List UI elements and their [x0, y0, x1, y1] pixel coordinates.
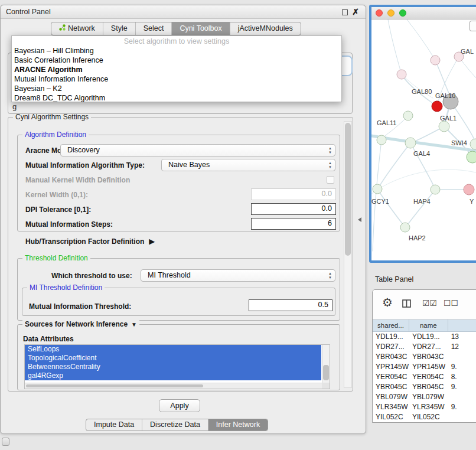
attributes-hscroll-thumb[interactable]	[26, 384, 203, 387]
deselect-all-columns-icon[interactable]: ☐☐	[444, 298, 458, 308]
table-row[interactable]: YPR145WYPR145W9.	[373, 362, 476, 372]
network-node[interactable]	[397, 70, 406, 79]
network-node[interactable]	[377, 135, 386, 145]
network-tool-palette-fragment[interactable]	[470, 21, 476, 31]
zoom-traffic-light[interactable]	[399, 9, 406, 17]
table-row[interactable]: YDL19...YDL19...13	[373, 332, 476, 342]
table-body: YDL19...YDL19...13YDR27...YDR27...12YBR0…	[373, 332, 476, 422]
column-manager-icon[interactable]	[402, 299, 411, 309]
tab-network[interactable]: Network	[51, 22, 103, 35]
manual-kernel-checkbox[interactable]	[327, 176, 334, 184]
attribute-item-selfloops[interactable]: SelfLoops	[25, 345, 321, 354]
table-cell: YLR345W	[409, 402, 448, 412]
tab-label: Network	[68, 22, 95, 35]
mi-threshold-field[interactable]: 0.5	[249, 299, 332, 311]
table-cell: 9.	[448, 382, 476, 392]
table-row[interactable]: YBR045CYBR045C9.	[373, 382, 476, 392]
aracne-mode-select[interactable]: Discovery ▲▼	[60, 144, 335, 156]
hub-section-toggle[interactable]: Hub/Transcription Factor Definition▶	[25, 237, 155, 246]
panel-collapse-arrow-icon[interactable]	[358, 217, 361, 222]
mi-steps-field[interactable]: 6	[251, 218, 336, 230]
algorithm-option-aracne-algorithm[interactable]: ARACNE Algorithm	[12, 65, 341, 74]
table-row[interactable]: YDR27...YDR27...12	[373, 342, 476, 352]
table-cell	[448, 412, 476, 422]
network-node[interactable]	[439, 121, 449, 132]
mi-type-value: Naive Bayes	[168, 159, 210, 171]
network-node[interactable]	[431, 185, 440, 194]
settings-scrollbar[interactable]	[344, 121, 352, 388]
algorithm-definition-title: Algorithm Definition	[22, 131, 89, 139]
algorithm-option-mutual-information-inference[interactable]: Mutual Information Inference	[12, 74, 341, 84]
minimize-traffic-light[interactable]	[387, 9, 395, 17]
column-header-2[interactable]	[448, 319, 476, 331]
column-header-shared-[interactable]: shared...	[373, 319, 409, 331]
network-canvas[interactable]: GALGAL80GAL10GAL11GAL1SWI4GAL4GCY1HAP4YH…	[371, 19, 476, 262]
close-traffic-light[interactable]	[376, 9, 383, 17]
tab-select[interactable]: Select	[135, 22, 172, 35]
dpi-tolerance-field[interactable]: 0.0	[251, 203, 336, 215]
tab-label: Infer Network	[216, 419, 260, 431]
network-node[interactable]	[431, 56, 440, 65]
sources-section-toggle[interactable]: Sources for Network Inference▼	[22, 320, 139, 328]
node-label-gcy1: GCY1	[371, 198, 389, 205]
tab-cyni-toolbox[interactable]: Cyni Toolbox	[171, 22, 229, 35]
algorithm-dropdown-popup: Select algorithm to view settings Bayesi…	[11, 35, 342, 102]
which-threshold-label: Which threshold to use:	[51, 272, 132, 280]
attribute-item-betweennesscentrality[interactable]: BetweennessCentrality	[25, 363, 321, 371]
algorithm-option-basic-correlation-inference[interactable]: Basic Correlation Inference	[12, 56, 341, 65]
table-row[interactable]: YER054CYER054C8.	[373, 372, 476, 382]
network-node[interactable]	[432, 101, 442, 112]
column-header-name[interactable]: name	[409, 319, 448, 331]
network-node[interactable]	[403, 111, 413, 120]
apply-button[interactable]: Apply	[159, 399, 200, 412]
kernel-width-field[interactable]: 0.0	[251, 188, 336, 200]
table-row[interactable]: YBR043CYBR043C	[373, 352, 476, 362]
table-row[interactable]: YBL079WYBL079W	[373, 392, 476, 402]
network-node[interactable]	[464, 184, 474, 195]
table-cell: YBR045C	[409, 382, 448, 392]
attribute-item-topologicalcoefficient[interactable]: TopologicalCoefficient	[25, 354, 321, 363]
attribute-item-gal4rgexp[interactable]: gal4RGexp	[25, 371, 321, 380]
tab-jactivemnodules[interactable]: jActiveMNodules	[230, 22, 301, 35]
tab-infer-network[interactable]: Infer Network	[208, 419, 268, 431]
which-threshold-select[interactable]: MI Threshold ▲▼	[141, 269, 335, 282]
network-node[interactable]	[470, 139, 476, 149]
attributes-vertical-scrollbar[interactable]	[322, 345, 330, 383]
attributes-vscroll-thumb[interactable]	[323, 365, 329, 380]
table-cell: YLR345W	[373, 402, 409, 412]
node-label-hap4: HAP4	[413, 198, 431, 205]
network-node[interactable]	[467, 151, 476, 163]
network-node[interactable]	[373, 184, 382, 194]
tab-discretize-data[interactable]: Discretize Data	[142, 419, 208, 431]
minimized-window-icon[interactable]	[2, 438, 9, 446]
combo-arrows-icon: ▲▼	[328, 146, 332, 154]
network-node[interactable]	[400, 223, 410, 232]
table-cell: 9.	[448, 362, 476, 372]
algorithm-popup-placeholder: Select algorithm to view settings	[12, 37, 341, 46]
gear-icon[interactable]: ⚙	[382, 295, 393, 309]
network-node[interactable]	[405, 138, 416, 148]
table-panel-title: Table Panel	[375, 275, 413, 283]
table-cell: YIL052C	[373, 412, 409, 422]
tab-style[interactable]: Style	[103, 22, 135, 35]
tab-impute-data[interactable]: Impute Data	[86, 419, 142, 431]
table-row[interactable]: YLR345WYLR345W9.	[373, 402, 476, 412]
mi-threshold-group-title: MI Threshold Definition	[27, 283, 105, 292]
select-all-columns-icon[interactable]: ☑☑	[422, 298, 437, 308]
algorithm-option-dream8-dc-tdc-algorithm[interactable]: Dream8 DC_TDC Algorithm	[12, 93, 341, 103]
algorithm-option-bayesian-k2[interactable]: Bayesian – K2	[12, 84, 341, 93]
control-panel-window: Control Panel ✗ NetworkStyleSelectCyni T…	[0, 5, 366, 434]
node-label-swi4: SWI4	[451, 139, 467, 146]
hidden-label-fragment: g	[12, 102, 17, 111]
algorithm-option-bayesian-hill-climbing[interactable]: Bayesian – Hill Climbing	[12, 46, 341, 56]
table-header: shared...name	[373, 319, 476, 332]
tab-label: jActiveMNodules	[238, 22, 293, 35]
table-cell: YBL079W	[373, 392, 409, 402]
settings-scrollbar-thumb[interactable]	[345, 123, 351, 256]
float-window-icon[interactable]	[342, 9, 348, 15]
mi-type-select[interactable]: Naive Bayes ▲▼	[161, 159, 335, 171]
table-row[interactable]: YIL052CYIL052C	[373, 412, 476, 422]
control-panel-tabs: NetworkStyleSelectCyni ToolboxjActiveMNo…	[51, 22, 301, 35]
attributes-horizontal-scrollbar[interactable]	[25, 383, 322, 389]
close-icon[interactable]: ✗	[352, 7, 359, 17]
